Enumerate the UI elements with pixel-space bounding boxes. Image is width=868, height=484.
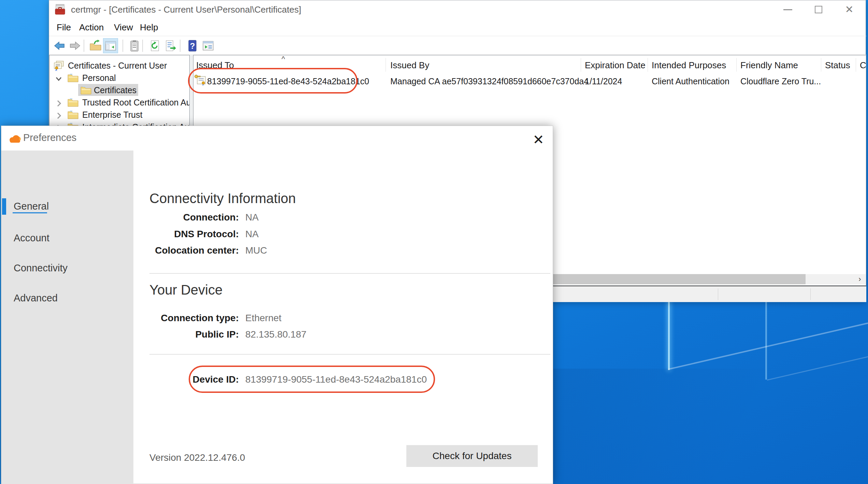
- toolbar-separator: [180, 40, 180, 52]
- screen: certmgr - [Certificates - Current User\P…: [0, 0, 868, 484]
- check-for-updates-button[interactable]: Check for Updates: [406, 445, 538, 467]
- tree-row-root[interactable]: Certificates - Current User: [49, 59, 190, 72]
- annotation-circle-issued-to: [188, 68, 358, 94]
- tree-row-certificates[interactable]: Certificates: [49, 84, 190, 96]
- check-for-updates-label: Check for Updates: [433, 451, 512, 461]
- certmgr-menubar: File Action View Help: [49, 19, 866, 36]
- preferences-title: Preferences: [23, 132, 76, 143]
- show-console-tree-icon: [104, 39, 117, 53]
- sidebar-item-connectivity[interactable]: Connectivity: [14, 262, 68, 274]
- sidebar-item-general[interactable]: General: [14, 201, 49, 212]
- help-icon: ?: [186, 39, 199, 53]
- field-value-dns-protocol: NA: [245, 229, 259, 240]
- new-console-window-button[interactable]: [201, 38, 216, 53]
- export-folder-button[interactable]: [88, 38, 103, 53]
- field-value-connection: NA: [245, 212, 259, 223]
- forward-arrow-icon: [68, 39, 82, 53]
- chevron-down-icon[interactable]: [54, 74, 63, 83]
- clipboard-icon: [128, 39, 141, 53]
- field-label-colocation-center: Colocation center:: [102, 245, 239, 256]
- tree-row-enterprise-trust[interactable]: Enterprise Trust: [49, 109, 190, 121]
- field-value-colocation-center: MUC: [245, 245, 267, 256]
- tree-label: Personal: [82, 72, 116, 84]
- toolbar-separator: [122, 40, 123, 52]
- close-icon: ✕: [533, 132, 544, 147]
- wallpaper-diagonal: [668, 319, 868, 370]
- folder-icon: [80, 85, 92, 95]
- minimize-button[interactable]: [780, 0, 796, 19]
- folder-icon: [67, 110, 79, 120]
- preferences-titlebar[interactable]: Preferences ✕: [1, 126, 553, 151]
- certmgr-toolbar: ?: [49, 36, 866, 55]
- mmc-toolbox-icon: [54, 3, 66, 16]
- sidebar-selection-indicator: [2, 198, 6, 215]
- wallpaper-shade: [553, 369, 868, 484]
- chevron-right-icon[interactable]: [54, 111, 63, 120]
- help-button[interactable]: ?: [185, 38, 200, 53]
- certmgr-titlebar[interactable]: certmgr - [Certificates - Current User\P…: [49, 0, 866, 19]
- clipboard-button[interactable]: [127, 38, 142, 53]
- window-title: certmgr - [Certificates - Current User\P…: [71, 0, 301, 19]
- sidebar-selection-underline: [13, 212, 47, 213]
- wallpaper-beam: [668, 302, 670, 370]
- sidebar-item-advanced[interactable]: Advanced: [14, 293, 58, 304]
- cloudflare-cloud-icon: [8, 133, 22, 144]
- tree-row-trusted-root[interactable]: Trusted Root Certification Au: [49, 96, 190, 109]
- status-bar-separator: [718, 288, 718, 300]
- show-console-tree-button[interactable]: [103, 38, 118, 53]
- sidebar-item-account[interactable]: Account: [14, 232, 49, 244]
- svg-text:?: ?: [190, 41, 195, 51]
- tree-label: Trusted Root Certification Au: [82, 97, 190, 108]
- status-bar-separator: [810, 288, 811, 300]
- menu-action[interactable]: Action: [79, 19, 104, 36]
- section-divider: [149, 273, 550, 274]
- field-label-public-ip: Public IP:: [102, 329, 239, 340]
- export-list-icon: [164, 39, 177, 53]
- export-list-button[interactable]: [163, 38, 178, 53]
- tree-label: Certificates - Current User: [68, 60, 167, 71]
- menu-file[interactable]: File: [57, 19, 71, 36]
- annotation-circle-device-id: [189, 366, 435, 393]
- forward-button[interactable]: [68, 38, 83, 53]
- section-heading-connectivity: Connectivity Information: [149, 191, 296, 206]
- refresh-icon: [148, 39, 162, 53]
- field-label-dns-protocol: DNS Protocol:: [102, 229, 239, 240]
- folder-icon: [67, 97, 79, 108]
- tree-label: Enterprise Trust: [82, 109, 142, 120]
- chevron-right-icon[interactable]: [54, 99, 63, 108]
- cell-issued-by: Managed CA ae57f03931324f08591d660e7c370…: [390, 76, 589, 86]
- certificate-store-icon: [53, 60, 64, 71]
- scrollbar-right-arrow[interactable]: ›: [854, 274, 866, 284]
- maximize-button[interactable]: [810, 0, 827, 19]
- export-folder-icon: [89, 39, 102, 53]
- toolbar-separator: [142, 40, 143, 52]
- folder-icon: [67, 73, 79, 83]
- chevron-right-icon: ›: [858, 275, 861, 284]
- field-value-connection-type: Ethernet: [245, 313, 281, 324]
- refresh-button[interactable]: [147, 38, 162, 53]
- back-arrow-icon: [53, 39, 66, 53]
- back-button[interactable]: [52, 38, 67, 53]
- menu-view[interactable]: View: [114, 19, 133, 36]
- preferences-close-button[interactable]: ✕: [530, 131, 547, 148]
- section-heading-your-device: Your Device: [149, 282, 222, 298]
- minimize-icon: [783, 9, 792, 10]
- cell-friendly-name: Cloudflare Zero Tru...: [740, 76, 821, 86]
- tree-label: Certificates: [94, 84, 136, 96]
- wallpaper-beam: [765, 302, 767, 380]
- toolbar-separator: [84, 40, 84, 52]
- cell-expiration-date: 1/11/2024: [585, 76, 622, 86]
- preferences-window: Preferences ✕ General Account Connectivi…: [1, 126, 553, 484]
- close-icon: ✕: [845, 4, 853, 15]
- version-text: Version 2022.12.476.0: [149, 452, 245, 463]
- field-label-connection: Connection:: [102, 212, 239, 223]
- field-value-public-ip: 82.135.80.187: [245, 329, 306, 340]
- maximize-icon: [815, 6, 822, 13]
- menu-help[interactable]: Help: [140, 19, 158, 36]
- section-divider: [149, 354, 550, 355]
- cell-intended-purposes: Client Authentication: [652, 76, 729, 86]
- new-console-window-icon: [201, 39, 215, 53]
- close-button[interactable]: ✕: [841, 0, 857, 19]
- field-label-connection-type: Connection type:: [102, 313, 239, 324]
- tree-row-personal[interactable]: Personal: [49, 72, 190, 84]
